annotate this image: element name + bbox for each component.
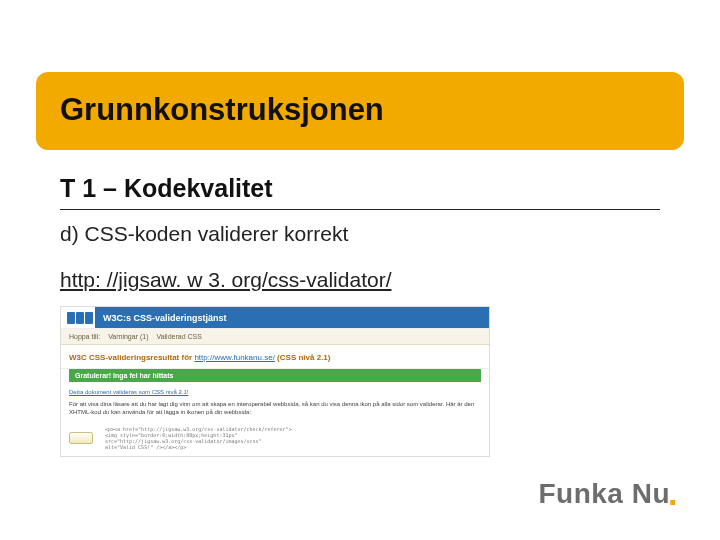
validator-success-banner: Gratulerar! Inga fel har hittats <box>69 369 481 382</box>
validator-screenshot: W3C:s CSS-valideringstjänst Hoppa till: … <box>60 306 490 457</box>
validator-banner: W3C:s CSS-valideringstjänst <box>95 307 489 328</box>
validator-body: Detta dokument valideras som CSS nivå 2.… <box>61 382 489 424</box>
validator-header: W3C:s CSS-valideringstjänst <box>61 307 489 329</box>
list-item: d) CSS-koden validerer korrekt <box>60 222 660 246</box>
validator-tabs: Hoppa till: Varningar (1) Validerad CSS <box>61 329 489 345</box>
brand-dot-icon: . <box>668 474 678 512</box>
brand-logo: Funka Nu. <box>538 478 680 510</box>
validator-badge-row: <p><a href="http://jigsaw.w3.org/css-val… <box>61 424 489 456</box>
w3c-logo-icon <box>61 307 95 328</box>
css-badge-icon <box>69 432 93 444</box>
validator-link[interactable]: http: //jigsaw. w 3. org/css-validator/ <box>60 268 391 292</box>
validated-url: http://www.funkanu.se/ <box>194 353 275 362</box>
slide-content: T 1 – Kodekvalitet d) CSS-koden validere… <box>60 174 660 457</box>
divider <box>60 209 660 210</box>
tab-label: Hoppa till: <box>69 333 100 340</box>
validator-code-snippet: <p><a href="http://jigsaw.w3.org/css-val… <box>99 426 292 450</box>
validator-result-heading: W3C CSS-valideringsresultat för http://w… <box>61 345 489 369</box>
tab-validated: Validerad CSS <box>156 333 201 340</box>
tab-warnings: Varningar (1) <box>108 333 148 340</box>
slide-title-bar: Grunnkonstruksjonen <box>36 72 684 150</box>
slide-title: Grunnkonstruksjonen <box>60 92 660 128</box>
subtitle: T 1 – Kodekvalitet <box>60 174 660 203</box>
